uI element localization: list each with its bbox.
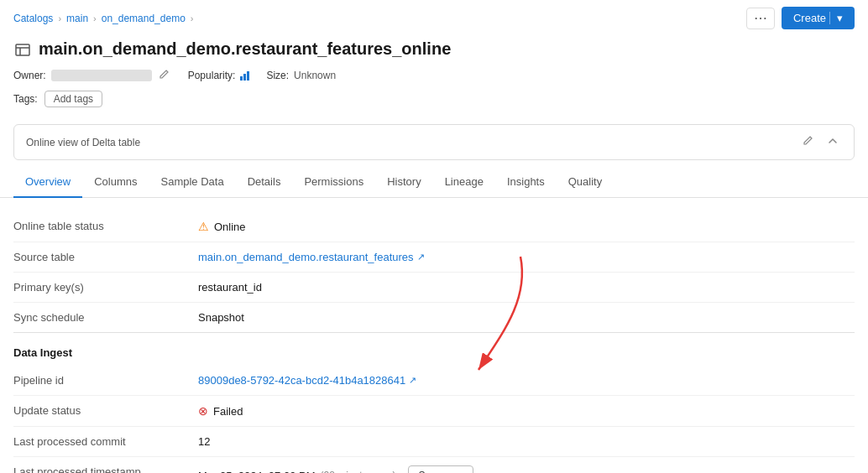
bar-2 [243, 74, 246, 81]
value-pipeline-id: 89009de8-5792-42ca-bcd2-41b4a1828641 ↗ [198, 374, 416, 387]
tab-insights[interactable]: Insights [495, 167, 557, 198]
update-status-text: Failed [213, 405, 243, 418]
value-last-commit: 12 [198, 435, 210, 448]
info-box-actions [798, 133, 842, 151]
data-ingest-title: Data Ingest [13, 346, 855, 359]
source-table-link-text: main.on_demand_demo.restaurant_features [198, 251, 414, 263]
label-primary-keys: Primary key(s) [13, 281, 198, 294]
label-last-commit: Last processed commit [13, 435, 198, 448]
breadcrumb-sep-2: › [93, 13, 97, 23]
value-primary-keys: restaurant_id [198, 281, 262, 294]
breadcrumb: Catalogs › main › on_demand_demo › [13, 13, 193, 24]
add-tags-button[interactable]: Add tags [44, 91, 102, 107]
popularity-label: Popularity: [188, 70, 236, 81]
value-last-timestamp: Mar 05, 2024, 07:09 PM (28 minutes ago) … [198, 465, 473, 473]
top-bar: Catalogs › main › on_demand_demo › ⋯ Cre… [0, 0, 868, 36]
field-row-pipeline-id: Pipeline id 89009de8-5792-42ca-bcd2-41b4… [13, 366, 855, 396]
owner-value [51, 70, 152, 81]
overview-content: Online table status ⚠ Online Source tabl… [0, 198, 868, 473]
tab-permissions[interactable]: Permissions [292, 167, 375, 198]
field-row-primary-keys: Primary key(s) restaurant_id [13, 273, 855, 303]
label-update-status: Update status [13, 404, 198, 417]
value-sync-schedule: Snapshot [198, 311, 244, 324]
tags-label: Tags: [13, 93, 38, 105]
tags-row: Tags: Add tags [13, 91, 855, 107]
external-link-icon-source: ↗ [417, 252, 425, 262]
external-link-icon-pipeline: ↗ [409, 375, 416, 386]
popularity-chart [240, 70, 249, 81]
bar-3 [247, 71, 249, 81]
label-pipeline-id: Pipeline id [13, 374, 198, 387]
label-source-table: Source table [13, 251, 198, 263]
data-ingest-section-header: Data Ingest [13, 346, 855, 359]
size-label: Size: [266, 70, 289, 81]
create-caret[interactable]: ▾ [829, 12, 843, 24]
tab-quality[interactable]: Quality [557, 167, 614, 198]
breadcrumb-sep-3: › [191, 13, 194, 23]
breadcrumb-on-demand-demo[interactable]: on_demand_demo [102, 13, 186, 24]
tab-sample-data[interactable]: Sample Data [149, 167, 235, 198]
field-row-source-table: Source table main.on_demand_demo.restaur… [13, 242, 855, 273]
popularity-meta: Popularity: [188, 70, 250, 81]
more-button[interactable]: ⋯ [746, 8, 775, 29]
meta-row: Owner: Popularity: Size: Unknown [13, 67, 855, 84]
source-table-link[interactable]: main.on_demand_demo.restaurant_features … [198, 251, 425, 263]
field-row-last-commit: Last processed commit 12 [13, 427, 855, 457]
tab-lineage[interactable]: Lineage [433, 167, 495, 198]
owner-meta: Owner: [13, 67, 171, 84]
page-title: main.on_demand_demo.restaurant_features_… [39, 39, 451, 59]
size-meta: Size: Unknown [266, 70, 336, 81]
field-row-update-status: Update status ⊗ Failed [13, 396, 855, 427]
pipeline-id-text: 89009de8-5792-42ca-bcd2-41b4a1828641 [198, 374, 405, 387]
value-online-table-status: ⚠ Online [198, 220, 246, 233]
bar-1 [240, 76, 243, 81]
tabs: Overview Columns Sample Data Details Per… [0, 167, 868, 198]
info-edit-button[interactable] [798, 133, 817, 151]
tab-history[interactable]: History [375, 167, 432, 198]
timestamp-relative: (28 minutes ago) [320, 470, 395, 473]
error-icon: ⊗ [198, 404, 208, 418]
value-source-table: main.on_demand_demo.restaurant_features … [198, 251, 425, 263]
sync-now-button[interactable]: Sync now [408, 465, 473, 473]
table-icon [13, 40, 32, 59]
pipeline-id-link[interactable]: 89009de8-5792-42ca-bcd2-41b4a1828641 ↗ [198, 374, 416, 387]
status-online-text: Online [214, 221, 246, 233]
info-collapse-button[interactable] [824, 133, 842, 151]
top-actions: ⋯ Create ▾ [746, 7, 855, 29]
field-row-online-table-status: Online table status ⚠ Online [13, 211, 855, 242]
create-button[interactable]: Create ▾ [782, 7, 855, 29]
timestamp-value: Mar 05, 2024, 07:09 PM [198, 470, 315, 474]
field-row-last-timestamp: Last processed timestamp Mar 05, 2024, 0… [13, 457, 855, 473]
breadcrumb-main[interactable]: main [66, 13, 88, 24]
tab-details[interactable]: Details [236, 167, 293, 198]
owner-label: Owner: [13, 70, 46, 81]
breadcrumb-catalogs[interactable]: Catalogs [13, 13, 53, 24]
field-row-sync-schedule: Sync schedule Snapshot [13, 303, 855, 333]
label-sync-schedule: Sync schedule [13, 311, 198, 324]
info-box-text: Online view of Delta table [26, 137, 140, 148]
value-update-status: ⊗ Failed [198, 404, 243, 418]
info-box: Online view of Delta table [13, 124, 855, 160]
owner-edit-button[interactable] [157, 67, 171, 84]
svg-rect-0 [16, 44, 29, 55]
label-online-table-status: Online table status [13, 220, 198, 232]
warning-icon: ⚠ [198, 220, 209, 233]
page-header: main.on_demand_demo.restaurant_features_… [0, 36, 868, 124]
tab-columns[interactable]: Columns [82, 167, 149, 198]
create-label: Create [793, 12, 826, 24]
label-last-timestamp: Last processed timestamp [13, 465, 198, 473]
size-value: Unknown [294, 70, 336, 81]
breadcrumb-sep-1: › [58, 13, 61, 23]
tab-overview[interactable]: Overview [13, 167, 82, 198]
page-title-row: main.on_demand_demo.restaurant_features_… [13, 39, 855, 59]
